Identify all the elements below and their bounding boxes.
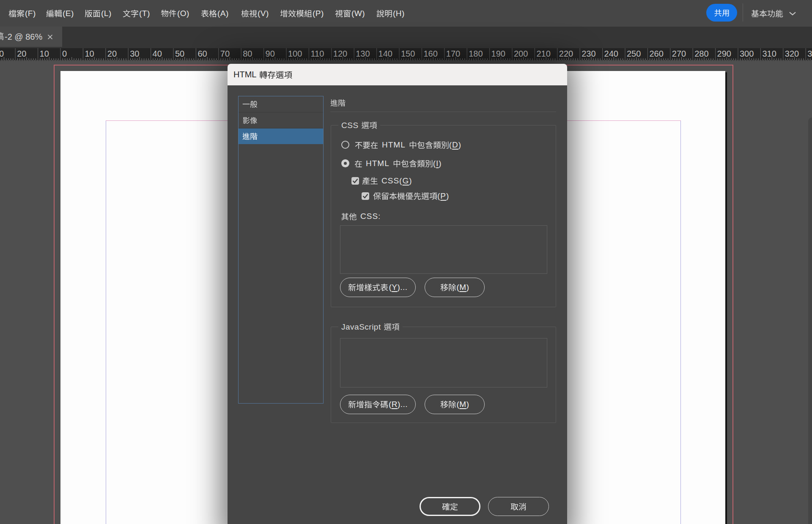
svg-text:160: 160 xyxy=(423,49,437,58)
svg-text:310: 310 xyxy=(762,49,776,58)
svg-text:110: 110 xyxy=(310,49,324,58)
svg-text:230: 230 xyxy=(582,49,595,58)
svg-text:20: 20 xyxy=(107,49,117,58)
svg-text:300: 300 xyxy=(740,49,754,58)
svg-text:150: 150 xyxy=(401,49,415,58)
svg-text:250: 250 xyxy=(627,49,641,58)
svg-text:190: 190 xyxy=(491,49,505,58)
svg-text:70: 70 xyxy=(220,49,230,58)
svg-text:320: 320 xyxy=(785,49,799,58)
svg-text:100: 100 xyxy=(288,49,302,58)
svg-text:240: 240 xyxy=(604,49,618,58)
svg-text:270: 270 xyxy=(672,49,686,58)
svg-text:10: 10 xyxy=(85,49,94,58)
svg-text:140: 140 xyxy=(379,49,392,58)
svg-text:130: 130 xyxy=(356,49,370,58)
svg-text:90: 90 xyxy=(266,49,275,58)
svg-text:120: 120 xyxy=(333,49,347,58)
svg-text:280: 280 xyxy=(694,49,708,58)
svg-text:290: 290 xyxy=(717,49,731,58)
svg-text:180: 180 xyxy=(469,49,483,58)
svg-text:50: 50 xyxy=(175,49,184,58)
svg-text:220: 220 xyxy=(559,49,573,58)
svg-text:260: 260 xyxy=(649,49,663,58)
svg-text:170: 170 xyxy=(446,49,460,58)
svg-text:0: 0 xyxy=(62,49,67,58)
svg-text:210: 210 xyxy=(536,49,550,58)
svg-text:40: 40 xyxy=(153,49,162,58)
svg-text:30: 30 xyxy=(0,49,4,58)
svg-text:200: 200 xyxy=(514,49,528,58)
svg-text:20: 20 xyxy=(17,49,26,58)
svg-text:10: 10 xyxy=(40,49,49,58)
svg-text:30: 30 xyxy=(130,49,139,58)
svg-text:60: 60 xyxy=(198,49,207,58)
svg-text:330: 330 xyxy=(807,49,812,58)
svg-text:80: 80 xyxy=(243,49,252,58)
